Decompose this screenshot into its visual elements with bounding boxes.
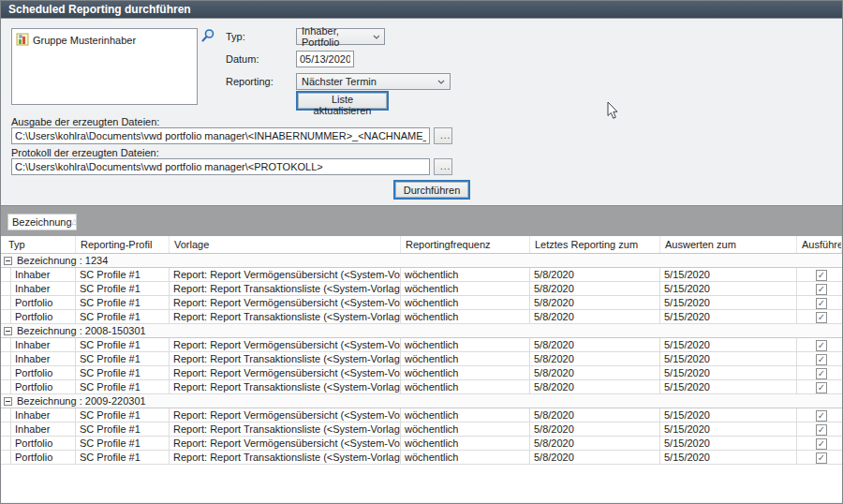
table-row[interactable]: InhaberSC Profile #1Report: Report Trans…: [1, 422, 842, 437]
list-item[interactable]: Gruppe Musterinhaber: [12, 29, 197, 48]
ausfuehren-checkbox[interactable]: ✓: [816, 424, 827, 436]
cell-frequenz: wöchentlich: [401, 268, 530, 281]
table-row[interactable]: PortfolioSC Profile #1Report: Report Tra…: [1, 380, 842, 394]
cell-auswerten: 5/15/2020: [660, 422, 797, 436]
ausfuehren-checkbox[interactable]: ✓: [816, 382, 827, 393]
group-indent: [1, 451, 11, 464]
table-row[interactable]: InhaberSC Profile #1Report: Report Vermö…: [1, 268, 842, 282]
grid-body: Bezeichnung : 1234InhaberSC Profile #1Re…: [1, 254, 842, 465]
datum-input[interactable]: [296, 51, 354, 67]
protocol-path-input[interactable]: [11, 158, 430, 175]
cell-auswerten: 5/15/2020: [660, 352, 797, 365]
group-by-chip-bezeichnung[interactable]: Bezeichnung △: [7, 214, 77, 230]
output-path-input[interactable]: [11, 127, 430, 144]
cell-letztes: 5/8/2020: [530, 282, 660, 295]
ausfuehren-checkbox[interactable]: ✓: [816, 270, 827, 281]
cell-typ: Portfolio: [11, 310, 76, 323]
ausfuehren-checkbox[interactable]: ✓: [816, 298, 827, 309]
table-row[interactable]: PortfolioSC Profile #1Report: Report Tra…: [1, 310, 842, 324]
cell-ausfuehren: ✓: [797, 352, 842, 365]
cell-auswerten: 5/15/2020: [660, 408, 797, 422]
cell-typ: Inhaber: [11, 338, 76, 351]
group-indent: [1, 422, 11, 436]
cell-letztes: 5/8/2020: [530, 268, 660, 281]
execute-button[interactable]: Durchführen: [393, 180, 470, 200]
column-header-reporting-profil[interactable]: Reporting-Profil: [76, 236, 170, 253]
cell-ausfuehren: ✓: [797, 338, 842, 351]
cell-typ: Portfolio: [11, 451, 76, 464]
refresh-list-button[interactable]: Liste aktualisieren: [296, 91, 389, 111]
cell-auswerten: 5/15/2020: [660, 296, 797, 309]
column-header-auswerten-zum[interactable]: Auswerten zum: [660, 236, 797, 253]
cell-auswerten: 5/15/2020: [660, 366, 797, 379]
table-row[interactable]: InhaberSC Profile #1Report: Report Trans…: [1, 352, 842, 366]
group-row[interactable]: Bezeichnung : 2009-220301: [1, 394, 842, 408]
collapse-icon[interactable]: [4, 257, 12, 265]
cell-typ: Inhaber: [11, 268, 76, 281]
cell-vorlage: Report: Report Vermögensübersicht (<Syst…: [170, 408, 401, 422]
group-indent: [1, 408, 11, 422]
ausfuehren-checkbox[interactable]: ✓: [816, 284, 827, 295]
cell-ausfuehren: ✓: [797, 268, 842, 281]
output-browse-button[interactable]: ...: [434, 127, 452, 144]
list-item-label: Gruppe Musterinhaber: [33, 35, 136, 46]
mouse-cursor-icon: [606, 101, 619, 122]
cell-letztes: 5/8/2020: [530, 422, 660, 436]
group-by-band[interactable]: Bezeichnung △: [1, 205, 842, 236]
cell-vorlage: Report: Report Transaktionsliste (<Syste…: [170, 282, 401, 295]
cell-profil: SC Profile #1: [76, 338, 170, 351]
table-row[interactable]: InhaberSC Profile #1Report: Report Vermö…: [1, 338, 842, 352]
group-indent: [1, 380, 11, 393]
protocol-path-label: Protokoll der erzeugten Dateien:: [11, 147, 159, 158]
cell-profil: SC Profile #1: [76, 380, 170, 393]
ausfuehren-checkbox[interactable]: ✓: [816, 312, 827, 323]
cell-auswerten: 5/15/2020: [660, 437, 797, 450]
cell-letztes: 5/8/2020: [530, 352, 660, 365]
ausfuehren-checkbox[interactable]: ✓: [816, 354, 827, 365]
cell-frequenz: wöchentlich: [401, 366, 530, 379]
ausfuehren-checkbox[interactable]: ✓: [816, 438, 827, 450]
cell-frequenz: wöchentlich: [401, 338, 530, 351]
table-row[interactable]: PortfolioSC Profile #1Report: Report Ver…: [1, 366, 842, 380]
cell-letztes: 5/8/2020: [530, 310, 660, 323]
table-row[interactable]: InhaberSC Profile #1Report: Report Trans…: [1, 282, 842, 296]
cell-profil: SC Profile #1: [76, 310, 170, 323]
column-header-typ[interactable]: Typ: [1, 236, 76, 253]
cell-typ: Inhaber: [11, 408, 76, 422]
column-header-vorlage[interactable]: Vorlage: [170, 236, 401, 253]
group-row[interactable]: Bezeichnung : 1234: [1, 254, 842, 268]
cell-auswerten: 5/15/2020: [660, 338, 797, 351]
cell-profil: SC Profile #1: [76, 366, 170, 379]
group-row[interactable]: Bezeichnung : 2008-150301: [1, 324, 842, 338]
cell-frequenz: wöchentlich: [401, 310, 530, 323]
reporting-select[interactable]: Nächster Termin: [296, 73, 451, 90]
cell-auswerten: 5/15/2020: [660, 310, 797, 323]
collapse-icon[interactable]: [4, 327, 12, 335]
sort-ascending-icon: △: [72, 218, 78, 226]
magnifier-icon[interactable]: [200, 28, 215, 43]
ausfuehren-checkbox[interactable]: ✓: [816, 452, 827, 464]
table-row[interactable]: InhaberSC Profile #1Report: Report Vermö…: [1, 408, 842, 422]
ausfuehren-checkbox[interactable]: ✓: [816, 368, 827, 379]
table-row[interactable]: PortfolioSC Profile #1Report: Report Ver…: [1, 437, 842, 451]
cell-frequenz: wöchentlich: [401, 296, 530, 309]
cell-auswerten: 5/15/2020: [660, 451, 797, 464]
owner-listbox[interactable]: Gruppe Musterinhaber: [11, 28, 198, 105]
cell-auswerten: 5/15/2020: [660, 380, 797, 393]
typ-select[interactable]: Inhaber, Portfolio: [296, 28, 385, 45]
typ-select-value: Inhaber, Portfolio: [302, 25, 373, 48]
cell-ausfuehren: ✓: [797, 380, 842, 393]
cell-typ: Portfolio: [11, 366, 76, 379]
column-header-letztes-reporting-zum[interactable]: Letztes Reporting zum: [530, 236, 660, 253]
cell-vorlage: Report: Report Transaktionsliste (<Syste…: [170, 352, 401, 365]
table-row[interactable]: PortfolioSC Profile #1Report: Report Ver…: [1, 296, 842, 310]
ausfuehren-checkbox[interactable]: ✓: [816, 410, 827, 422]
collapse-icon[interactable]: [4, 397, 12, 406]
group-indent: [1, 338, 11, 351]
protocol-browse-button[interactable]: ...: [434, 158, 452, 175]
cell-vorlage: Report: Report Transaktionsliste (<Syste…: [170, 451, 401, 464]
ausfuehren-checkbox[interactable]: ✓: [816, 340, 827, 351]
table-row[interactable]: PortfolioSC Profile #1Report: Report Tra…: [1, 451, 842, 465]
column-header-reportingfrequenz[interactable]: Reportingfrequenz: [401, 236, 530, 253]
column-header-ausfuehren[interactable]: Ausführen: [797, 236, 842, 253]
